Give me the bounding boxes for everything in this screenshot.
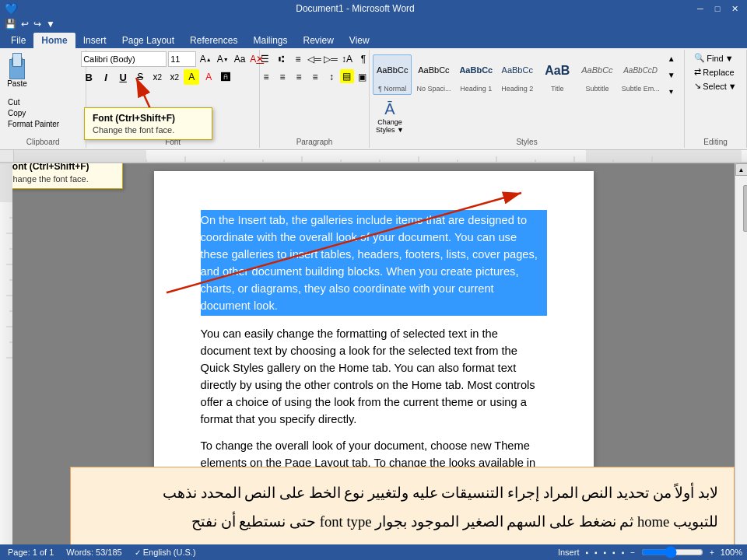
shading-button[interactable]: 🅰 [218,69,233,85]
close-button[interactable]: ✕ [727,2,742,15]
tooltip-title: Font (Ctrl+Shift+F) [12,163,114,172]
tab-review[interactable]: Review [295,33,341,48]
outline-btn[interactable]: ▪ [612,548,615,557]
select-button[interactable]: ↘ Select ▼ [691,79,739,93]
show-marks-button[interactable]: ¶ [356,51,371,67]
align-right-button[interactable]: ≡ [291,69,307,85]
styles-label: Styles [370,138,684,146]
minimize-button[interactable]: ─ [693,2,708,15]
bold-button[interactable]: B [81,69,96,85]
paste-button[interactable]: Paste [3,51,31,89]
editing-group: 🔍 Find ▼ ⇄ Replace ↘ Select ▼ Editing [685,50,747,148]
status-bar: Page: 1 of 1 Words: 53/185 ✓ English (U.… [0,544,747,560]
justify-button[interactable]: ≡ [307,69,323,85]
change-case-button[interactable]: Aa [232,51,247,67]
subscript-button[interactable]: x2 [149,69,165,85]
styles-more[interactable]: ▾ [666,84,677,98]
style-heading1[interactable]: AaBbCc Heading 1 [455,54,496,95]
svg-rect-15 [14,150,146,163]
format-painter-button[interactable]: Format Painter [5,119,62,129]
style-title[interactable]: AaB Title [538,54,577,95]
editing-label: Editing [685,138,746,146]
clipboard-group: Paste Cut Copy Format Painter Clipboard [0,50,86,148]
font-size-input[interactable] [168,51,196,67]
superscript-button[interactable]: x2 [167,69,182,85]
paragraph-label: Paragraph [260,138,369,146]
sort-button[interactable]: ↕A [339,51,355,67]
restore-button[interactable]: □ [710,2,725,15]
web-layout-btn[interactable]: ▪ [604,548,607,557]
zoom-out-btn[interactable]: − [630,548,635,557]
zoom-in-btn[interactable]: + [710,548,714,557]
insert-mode: Insert [558,548,580,557]
redo-quick-btn[interactable]: ↪ [32,19,43,30]
print-layout-btn[interactable]: ▪ [585,548,588,557]
tab-page-layout[interactable]: Page Layout [114,33,182,48]
font-tooltip-overlay: Font (Ctrl+Shift+F) Change the font face… [84,107,212,140]
font-color-button[interactable]: A [201,69,216,85]
vertical-scrollbar[interactable]: ▲ ▼ [735,163,747,560]
styles-scroll-down[interactable]: ▼ [666,68,677,82]
style-normal[interactable]: AaBbCc ¶ Normal [373,54,412,95]
bullets-button[interactable]: ☰ [258,51,273,67]
style-subtle-em[interactable]: AaBbCcD Subtle Em... [618,54,664,95]
font-face-input[interactable] [81,51,167,67]
clipboard-label: Clipboard [0,138,86,146]
grow-font-button[interactable]: A▲ [198,51,213,67]
underline-button[interactable]: U [115,69,131,85]
tab-insert[interactable]: Insert [75,33,114,48]
cut-button[interactable]: Cut [5,97,62,107]
window-title: Document1 - Microsoft Word [18,3,693,14]
tab-view[interactable]: View [342,33,377,48]
shrink-font-button[interactable]: A▼ [215,51,230,67]
paste-label: Paste [7,79,27,88]
tab-home[interactable]: Home [33,33,75,48]
scroll-thumb[interactable] [743,185,748,232]
horizontal-ruler-container [0,150,747,163]
multilevel-list-button[interactable]: ≡ [290,51,306,67]
quick-access-toolbar: 💾 ↩ ↪ ▼ [0,17,747,31]
paragraph-1-selected[interactable]: On the Insert tab, the galleries include… [201,210,547,316]
change-styles-button[interactable]: Ā ChangeStyles ▼ [373,99,407,135]
style-heading2[interactable]: AaBbCc Heading 2 [497,54,537,95]
zoom-level: 100% [721,548,742,557]
undo-quick-btn[interactable]: ↩ [19,19,30,30]
ruler-corner [0,150,14,163]
full-reading-btn[interactable]: ▪ [594,548,598,557]
horizontal-ruler [14,150,747,163]
tab-file[interactable]: File [3,33,33,48]
style-subtitle[interactable]: AaBbCc Subtitle [577,54,616,95]
shading-para-button[interactable]: ▤ [340,69,354,83]
scroll-up-arrow[interactable]: ▲ [735,163,748,176]
strikethrough-button[interactable]: S [132,69,148,85]
word-count: Words: 53/185 [63,548,124,557]
decrease-indent-button[interactable]: ◁═ [307,51,322,67]
italic-button[interactable]: I [98,69,114,85]
align-left-button[interactable]: ≡ [258,69,274,85]
tooltip-description: Change the font face. [12,174,114,184]
tooltip-desc-overlay: Change the font face. [93,125,204,135]
save-quick-btn[interactable]: 💾 [3,19,18,30]
document-area: On the Insert tab, the galleries include… [0,163,747,560]
styles-group: AaBbCc ¶ Normal AaBbCc No Spaci... AaBbC… [370,50,685,148]
text-highlight-button[interactable]: A [184,69,199,85]
borders-button[interactable]: ▣ [355,69,370,85]
replace-button[interactable]: ⇄ Replace [691,65,737,79]
find-button[interactable]: 🔍 Find ▼ [691,51,736,65]
line-spacing-button[interactable]: ↕ [324,69,339,85]
increase-indent-button[interactable]: ▷═ [323,51,338,67]
numbering-button[interactable]: ⑆ [274,51,289,67]
tab-references[interactable]: References [182,33,245,48]
zoom-slider[interactable] [641,546,703,558]
draft-btn[interactable]: ▪ [622,548,625,557]
ribbon-tabs: File Home Insert Page Layout References … [0,31,747,48]
style-no-spacing[interactable]: AaBbCc No Spaci... [412,54,454,95]
quick-access-dropdown[interactable]: ▼ [44,19,57,30]
tooltip-title-overlay: Font (Ctrl+Shift+F) [93,113,204,124]
align-center-button[interactable]: ≡ [275,69,290,85]
copy-button[interactable]: Copy [5,108,62,118]
svg-rect-16 [586,150,742,163]
tab-mailings[interactable]: Mailings [245,33,295,48]
vertical-ruler [0,163,12,560]
styles-scroll-up[interactable]: ▲ [666,51,677,65]
